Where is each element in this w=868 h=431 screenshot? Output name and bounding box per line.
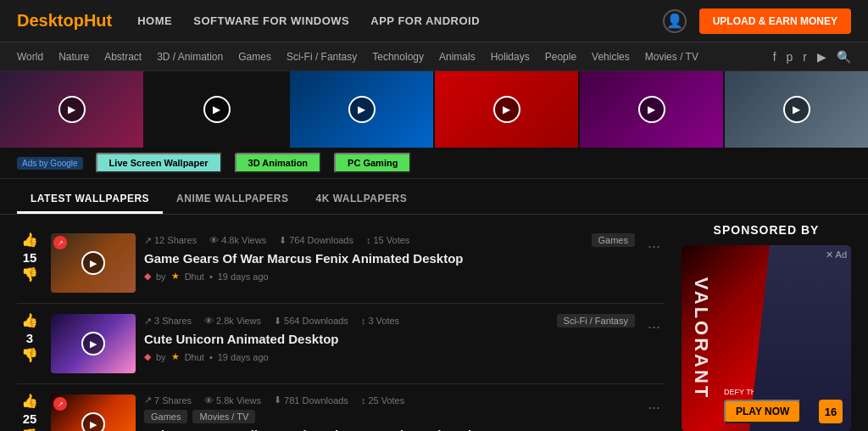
thumb-3[interactable]: ↗ ▶ (51, 395, 136, 431)
separator-2: • (209, 352, 213, 362)
vote-col-2: 👍 3 👎 (17, 314, 42, 362)
banner-1-play[interactable]: ▶ (58, 96, 86, 123)
subnav-movies[interactable]: Movies / TV (645, 51, 698, 63)
shares-1: ↗ 12 Shares (144, 235, 197, 246)
by-label-1: by (156, 271, 166, 282)
diamond-icon-1: ◆ (144, 271, 151, 282)
tabs-bar: LATEST WALLPAPERS ANIME WALLPAPERS 4K WA… (0, 179, 868, 215)
tab-4k[interactable]: 4K WALLPAPERS (303, 186, 421, 214)
subnav-abstract[interactable]: Abstract (104, 51, 142, 63)
more-btn-3[interactable]: ··· (643, 399, 665, 417)
upvote-2[interactable]: 👍 (21, 314, 38, 327)
subnav-technology[interactable]: Technology (372, 51, 424, 63)
subnav-games[interactable]: Games (238, 51, 271, 63)
subnav-nature[interactable]: Nature (58, 51, 89, 63)
upvote-1[interactable]: 👍 (21, 233, 38, 247)
item-author-1: ◆ by ★ Dhut • 19 days ago (144, 271, 635, 282)
separator-1: • (209, 271, 213, 282)
banner-3[interactable]: ▶ (290, 71, 433, 148)
item-meta-3: ↗ 7 Shares 👁 5.8k Views ⬇ 781 Downloads … (144, 395, 635, 406)
item-info-2: ↗ 3 Shares 👁 2.8k Views ⬇ 564 Downloads … (144, 314, 635, 362)
tab-latest[interactable]: LATEST WALLPAPERS (17, 186, 163, 214)
nav-android[interactable]: APP FOR ANDROID (370, 14, 480, 27)
logo[interactable]: DesktopHut (17, 11, 112, 31)
play-icon-1[interactable]: ▶ (81, 251, 105, 275)
item-author-2: ◆ by ★ Dhut • 19 days ago (144, 351, 635, 362)
nav-software[interactable]: SOFTWARE FOR WINDOWS (193, 14, 349, 27)
ad-play-now-btn[interactable]: PLAY NOW (724, 400, 801, 423)
tab-anime[interactable]: ANIME WALLPAPERS (163, 186, 302, 214)
subnav-world[interactable]: World (17, 51, 43, 63)
more-btn-2[interactable]: ··· (643, 318, 665, 336)
ad-btn-3d[interactable]: 3D Animation (235, 153, 322, 173)
tabs: LATEST WALLPAPERS ANIME WALLPAPERS 4K WA… (17, 186, 851, 214)
logo-hut: Hut (84, 11, 112, 30)
youtube-icon[interactable]: ▶ (817, 50, 826, 64)
item-title-3[interactable]: Anime Dragon Ball Legends Goku SSG Anima… (144, 428, 635, 431)
author-name-1[interactable]: Dhut (185, 271, 204, 282)
subnav-vehicles[interactable]: Vehicles (592, 51, 630, 63)
vote-count-3: 25 (23, 411, 37, 426)
vote-count-1: 15 (23, 250, 37, 265)
downloads-1: ⬇ 764 Downloads (279, 235, 353, 246)
play-icon-3[interactable]: ▶ (81, 412, 105, 431)
ad-btn-gaming[interactable]: PC Gaming (334, 153, 411, 173)
subnav-3d[interactable]: 3D / Animation (157, 51, 223, 63)
banner-1[interactable]: ▶ (0, 71, 143, 148)
subnav-animals[interactable]: Animals (439, 51, 476, 63)
play-icon-2[interactable]: ▶ (81, 332, 105, 355)
pinterest-icon[interactable]: p (787, 50, 793, 64)
banner-4[interactable]: ▶ (435, 71, 578, 148)
subnav-holidays[interactable]: Holidays (491, 51, 530, 63)
banner-6-play[interactable]: ▶ (783, 96, 810, 123)
item-info-3: ↗ 7 Shares 👁 5.8k Views ⬇ 781 Downloads … (144, 395, 635, 431)
tag-3a[interactable]: Games (144, 410, 187, 423)
item-meta-1: ↗ 12 Shares 👁 4.8k Views ⬇ 764 Downloads… (144, 233, 635, 247)
item-title-1[interactable]: Game Gears Of War Marcus Fenix Animated … (144, 251, 635, 266)
search-icon[interactable]: 🔍 (837, 50, 851, 64)
votes-3: ↕ 25 Votes (361, 395, 404, 406)
ad-banner-inner: VALORANT DEFY THE LIMITS PLAY NOW 16 ✕ A… (682, 245, 851, 431)
downvote-2[interactable]: 👎 (21, 349, 38, 362)
more-btn-1[interactable]: ··· (643, 238, 665, 255)
list-item: 👍 3 👎 ▶ ↗ 3 Shares 👁 2.8k Views ⬇ 564 Do… (17, 304, 665, 384)
item-title-2[interactable]: Cute Unicorn Animated Desktop (144, 332, 635, 346)
downvote-1[interactable]: 👎 (21, 268, 38, 282)
user-icon[interactable]: 👤 (663, 9, 687, 33)
ad-btn-live[interactable]: Live Screen Wallpaper (96, 153, 222, 173)
vote-count-2: 3 (26, 331, 33, 345)
list-item: 👍 15 👎 ↗ ▶ ↗ 12 Shares 👁 4.8k Views ⬇ 76… (17, 223, 665, 304)
banner-4-play[interactable]: ▶ (493, 96, 520, 123)
views-3: 👁 5.8k Views (204, 395, 261, 406)
banner-row: ▶ ▶ ▶ ▶ ▶ ▶ (0, 71, 868, 148)
tag-3b[interactable]: Movies / TV (192, 410, 255, 423)
time-1: 19 days ago (218, 271, 269, 282)
banner-5-play[interactable]: ▶ (638, 96, 665, 123)
reddit-icon[interactable]: r (803, 50, 807, 64)
header-right: 👤 UPLOAD & EARN MONEY (663, 8, 851, 34)
upload-button[interactable]: UPLOAD & EARN MONEY (699, 8, 851, 34)
banner-6[interactable]: ▶ (725, 71, 868, 148)
facebook-icon[interactable]: f (773, 50, 776, 64)
ad-close-btn[interactable]: ✕ Ad (826, 249, 847, 260)
sub-nav-social: f p r ▶ 🔍 (773, 50, 851, 64)
banner-2[interactable]: ▶ (145, 71, 288, 148)
thumb-1[interactable]: ↗ ▶ (51, 233, 136, 293)
thumb-2[interactable]: ▶ (51, 314, 136, 373)
tag-2[interactable]: Sci-Fi / Fantasy (557, 314, 635, 327)
wallpaper-feed: 👍 15 👎 ↗ ▶ ↗ 12 Shares 👁 4.8k Views ⬇ 76… (17, 223, 665, 431)
tag-1[interactable]: Games (592, 233, 635, 247)
upvote-3[interactable]: 👍 (21, 395, 38, 408)
subnav-scifi[interactable]: Sci-Fi / Fantasy (287, 51, 357, 63)
banner-2-play[interactable]: ▶ (203, 96, 231, 123)
banner-5[interactable]: ▶ (580, 71, 723, 148)
views-2: 👁 2.8k Views (204, 316, 261, 326)
nav-home[interactable]: HOME (137, 14, 172, 27)
subnav-people[interactable]: People (545, 51, 576, 63)
author-name-2[interactable]: Dhut (185, 352, 204, 362)
trending-badge-1: ↗ (53, 236, 67, 249)
ad-banner[interactable]: VALORANT DEFY THE LIMITS PLAY NOW 16 ✕ A… (682, 245, 851, 431)
ads-label: Ads by Google (17, 157, 83, 170)
valorant-title: VALORANT (690, 277, 712, 400)
banner-3-play[interactable]: ▶ (348, 96, 376, 123)
